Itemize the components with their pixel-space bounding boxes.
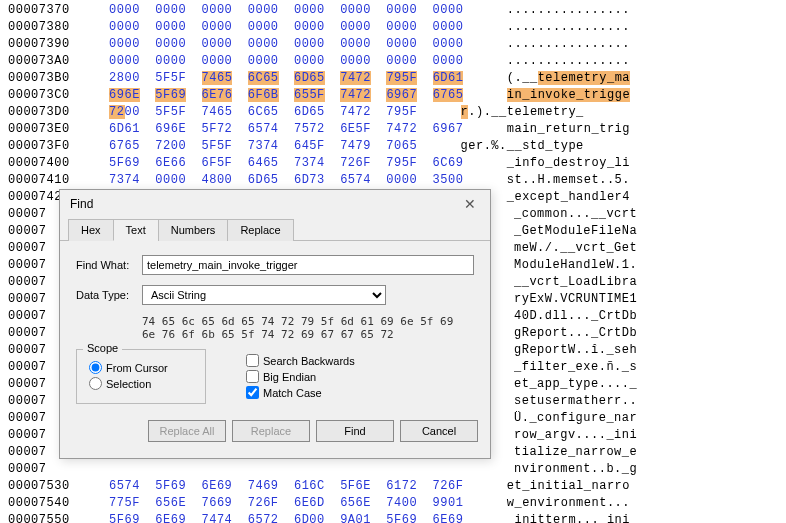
hex-row[interactable]: 000073E0 6D61 696E 5F72 6574 7572 6E5F 7… <box>8 121 778 138</box>
close-icon[interactable]: ✕ <box>460 196 480 212</box>
ascii: _GetModuleFileNa <box>514 223 637 240</box>
hex-bytes: 5F69 6E66 6F5F 6465 7374 726F 795F 6C69 <box>86 155 479 172</box>
hex-bytes: 696E 5F69 6E76 6F6B 655F 7472 6967 6765 <box>86 87 479 104</box>
hex-row[interactable]: 000073C0 696E 5F69 6E76 6F6B 655F 7472 6… <box>8 87 778 104</box>
address: 00007370 <box>8 2 86 19</box>
hex-row[interactable]: 000073D0 7200 5F5F 7465 6C65 6D65 7472 7… <box>8 104 778 121</box>
check-search-backwards[interactable]: Search Backwards <box>246 354 355 367</box>
hex-bytes: 2800 5F5F 7465 6C65 6D65 7472 795F 6D61 <box>86 70 479 87</box>
ascii: _filter_exe.ñ._s <box>514 359 637 376</box>
ascii: gReport..._CrtDb <box>514 325 637 342</box>
data-type-label: Data Type: <box>76 289 142 301</box>
hex-bytes: 5F69 6E69 7474 6572 6D00 9A01 5F69 6E69 <box>86 512 479 523</box>
ascii: et_initial_narro <box>507 478 630 495</box>
hex-bytes: 6765 7200 5F5F 7374 645F 7479 7065 <box>86 138 433 155</box>
hex-row[interactable]: 000073B0 2800 5F5F 7465 6C65 6D65 7472 7… <box>8 70 778 87</box>
hex-bytes: 7200 5F5F 7465 6C65 6D65 7472 795F <box>86 104 433 121</box>
address: 00007380 <box>8 19 86 36</box>
ascii: ger.%.__std_type <box>461 138 584 155</box>
hex-preview: 74 65 6c 65 6d 65 74 72 79 5f 6d 61 69 6… <box>142 315 474 341</box>
hex-row[interactable]: 00007550 5F69 6E69 7474 6572 6D00 9A01 5… <box>8 512 778 523</box>
hex-bytes: 6574 5F69 6E69 7469 616C 5F6E 6172 726F <box>86 478 479 495</box>
tab-replace[interactable]: Replace <box>227 219 293 241</box>
address: 000073A0 <box>8 53 86 70</box>
address: 000073C0 <box>8 87 86 104</box>
tab-text[interactable]: Text <box>113 219 159 241</box>
dialog-title-text: Find <box>70 197 93 211</box>
hex-bytes: 0000 0000 0000 0000 0000 0000 0000 0000 <box>86 36 479 53</box>
ascii: ................ <box>507 36 630 53</box>
hex-row[interactable]: 00007400 5F69 6E66 6F5F 6465 7374 726F 7… <box>8 155 778 172</box>
hex-row[interactable]: 00007540 775F 656E 7669 726F 6E6D 656E 7… <box>8 495 778 512</box>
ascii: _initterm..._ini <box>507 512 630 523</box>
replace-all-button: Replace All <box>148 420 226 442</box>
address: 000073F0 <box>8 138 86 155</box>
find-what-input[interactable] <box>142 255 474 275</box>
ascii: _common...__vcrt <box>514 206 637 223</box>
hex-bytes <box>86 461 486 478</box>
address: 000073D0 <box>8 104 86 121</box>
scope-selection[interactable]: Selection <box>89 377 193 390</box>
hex-bytes: 7374 0000 4800 6D65 6D73 6574 0000 3500 <box>86 172 479 189</box>
hex-row[interactable]: 00007nvironment..b._g <box>8 461 778 478</box>
find-dialog: Find ✕ Hex Text Numbers Replace Find Wha… <box>59 189 491 459</box>
hex-bytes: 0000 0000 0000 0000 0000 0000 0000 0000 <box>86 2 479 19</box>
ascii: row_argv...._ini <box>514 427 637 444</box>
find-button[interactable]: Find <box>316 420 394 442</box>
address: 00007400 <box>8 155 86 172</box>
find-what-label: Find What: <box>76 259 142 271</box>
cancel-button[interactable]: Cancel <box>400 420 478 442</box>
check-big-endian[interactable]: Big Endian <box>246 370 355 383</box>
ascii: ModuleHandleW.1. <box>514 257 637 274</box>
ascii: (.__telemetry_ma <box>507 70 630 87</box>
tab-hex[interactable]: Hex <box>68 219 114 241</box>
ascii: __vcrt_LoadLibra <box>514 274 637 291</box>
address: 00007390 <box>8 36 86 53</box>
ascii: ................ <box>507 2 630 19</box>
ascii: ................ <box>507 19 630 36</box>
data-type-select[interactable]: Ascii String <box>142 285 386 305</box>
scope-group: Scope From Cursor Selection <box>76 349 206 404</box>
ascii: nvironment..b._g <box>514 461 637 478</box>
ascii: _except_handler4 <box>507 189 630 206</box>
ascii: et_app_type...._ <box>514 376 637 393</box>
dialog-tabs: Hex Text Numbers Replace <box>60 218 490 241</box>
hex-row[interactable]: 000073F0 6765 7200 5F5F 7374 645F 7479 7… <box>8 138 778 155</box>
hex-bytes: 0000 0000 0000 0000 0000 0000 0000 0000 <box>86 19 479 36</box>
ascii: r.).__telemetry_ <box>461 104 584 121</box>
scope-from-cursor[interactable]: From Cursor <box>89 361 193 374</box>
address: 000073B0 <box>8 70 86 87</box>
hex-row[interactable]: 00007370 0000 0000 0000 0000 0000 0000 0… <box>8 2 778 19</box>
ascii: in_invoke_trigge <box>507 87 630 104</box>
replace-button: Replace <box>232 420 310 442</box>
ascii: ................ <box>507 53 630 70</box>
address: 00007410 <box>8 172 86 189</box>
address: 000073E0 <box>8 121 86 138</box>
hex-row[interactable]: 00007380 0000 0000 0000 0000 0000 0000 0… <box>8 19 778 36</box>
hex-row[interactable]: 00007530 6574 5F69 6E69 7469 616C 5F6E 6… <box>8 478 778 495</box>
check-match-case[interactable]: Match Case <box>246 386 355 399</box>
address: 00007530 <box>8 478 86 495</box>
hex-row[interactable]: 00007410 7374 0000 4800 6D65 6D73 6574 0… <box>8 172 778 189</box>
address: 00007550 <box>8 512 86 523</box>
hex-row[interactable]: 000073A0 0000 0000 0000 0000 0000 0000 0… <box>8 53 778 70</box>
address: 00007540 <box>8 495 86 512</box>
ascii: tialize_narrow_e <box>514 444 637 461</box>
dialog-titlebar[interactable]: Find ✕ <box>60 190 490 218</box>
ascii: _info_destroy_li <box>507 155 630 172</box>
hex-row[interactable]: 00007390 0000 0000 0000 0000 0000 0000 0… <box>8 36 778 53</box>
scope-legend: Scope <box>83 342 122 354</box>
hex-bytes: 0000 0000 0000 0000 0000 0000 0000 0000 <box>86 53 479 70</box>
address: 00007 <box>8 461 86 478</box>
ascii: gReportW..î._seh <box>514 342 637 359</box>
hex-bytes: 775F 656E 7669 726F 6E6D 656E 7400 9901 <box>86 495 479 512</box>
hex-bytes: 6D61 696E 5F72 6574 7572 6E5F 7472 6967 <box>86 121 479 138</box>
ascii: meW./.__vcrt_Get <box>514 240 637 257</box>
ascii: ryExW.VCRUNTIME1 <box>514 291 637 308</box>
ascii: 40D.dll..._CrtDb <box>514 308 637 325</box>
tab-numbers[interactable]: Numbers <box>158 219 229 241</box>
ascii: st..H.memset..5. <box>507 172 630 189</box>
ascii: main_return_trig <box>507 121 630 138</box>
ascii: w_environment... <box>507 495 630 512</box>
ascii: setusermatherr.. <box>514 393 637 410</box>
